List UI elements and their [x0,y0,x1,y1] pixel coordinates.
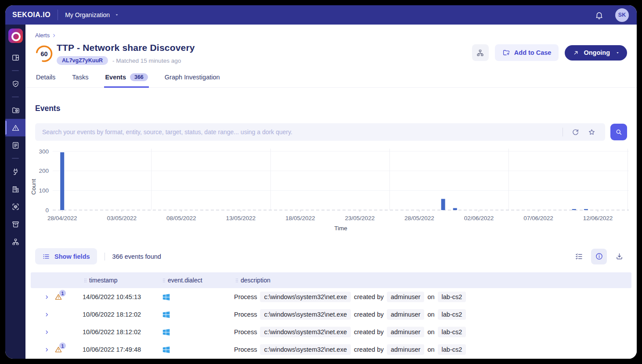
row-description: Processc:\windows\system32\net.execreate… [234,327,631,337]
events-count-badge: 366 [130,73,148,81]
sidebar-item-operations[interactable] [5,101,25,119]
row-timestamp: 10/06/2022 18:12:02 [83,311,161,318]
tab-events[interactable]: Events 366 [104,71,148,88]
svg-text:0: 0 [45,207,49,214]
organization-switcher[interactable]: My Organization [65,11,119,18]
description-text: on [427,328,434,335]
list-icon [42,253,50,261]
table-row: 1 10/06/2022 17:49:48 Processc:\windows\… [31,341,631,358]
drag-handle-icon[interactable] [234,278,240,283]
events-section-heading: Events [35,104,627,113]
brand-logo[interactable]: SEKOIA.IO [12,11,50,19]
topbar: SEKOIA.IO My Organization SK [5,5,637,25]
description-value-chip[interactable]: adminuser [387,327,425,337]
star-icon[interactable] [588,128,596,136]
search-button[interactable] [610,124,627,140]
row-dialect [161,310,234,319]
tab-details[interactable]: Details [35,71,56,88]
events-search-input[interactable] [42,128,558,136]
windows-logo-icon [162,293,171,302]
breadcrumb-alerts-link[interactable]: Alerts [35,32,50,39]
warning-count-badge: 1 [59,290,66,296]
alert-id-chip[interactable]: AL7vgZ7yKuuR [57,56,108,65]
sidebar-divider [12,70,19,71]
description-text: on [427,293,434,300]
row-warning-indicator[interactable]: 1 [54,293,62,301]
svg-text:03/05/2022: 03/05/2022 [107,215,137,221]
description-value-chip[interactable]: c:\windows\system32\net.exe [260,344,351,355]
folder-plus-icon [502,49,510,57]
sidebar-item-cases[interactable] [5,136,25,154]
description-value-chip[interactable]: lab-cs2 [438,327,466,337]
description-value-chip[interactable]: c:\windows\system32\net.exe [260,327,351,337]
drag-handle-icon[interactable] [161,278,167,283]
svg-text:02/06/2022: 02/06/2022 [464,215,494,221]
layout-icon [11,54,20,62]
column-header-description[interactable]: description [234,277,631,284]
events-found-text: 366 events found [112,253,161,260]
description-value-chip[interactable]: c:\windows\system32\net.exe [260,292,351,302]
description-text: created by [354,311,384,318]
graph-view-button[interactable] [472,44,489,61]
expand-row-chevron-icon[interactable] [44,294,50,300]
description-value-chip[interactable]: c:\windows\system32\net.exe [260,309,351,320]
expand-row-chevron-icon[interactable] [44,312,50,318]
download-button[interactable] [611,249,627,264]
drag-handle-icon[interactable] [83,278,88,283]
svg-text:100: 100 [39,187,49,194]
sidebar-item-alerts[interactable] [5,119,25,136]
refresh-icon[interactable] [571,128,580,136]
row-timestamp: 10/06/2022 17:49:48 [83,346,161,353]
tab-tasks[interactable]: Tasks [71,71,89,88]
add-to-case-label: Add to Case [514,49,552,56]
sidebar-item-intelligence[interactable] [5,75,25,93]
row-dialect [161,328,234,337]
column-header-timestamp[interactable]: timestamp [83,277,161,284]
table-row: 1 14/06/2022 10:45:13 Processc:\windows\… [31,288,631,306]
expand-row-chevron-icon[interactable] [44,329,50,335]
status-button[interactable]: Ongoing [565,45,627,61]
description-text: created by [354,293,384,300]
column-settings-button[interactable] [571,249,587,264]
description-text: on [427,346,434,353]
row-timestamp: 10/06/2022 18:12:02 [83,328,161,335]
search-divider [563,128,563,136]
chevron-right-icon [51,33,57,38]
svg-text:13/05/2022: 13/05/2022 [226,215,256,221]
info-icon [595,252,603,261]
arrow-up-right-icon [573,50,579,56]
chevron-down-icon [114,12,119,18]
description-value-chip[interactable]: lab-cs2 [438,309,466,320]
description-value-chip[interactable]: adminuser [387,292,425,302]
svg-text:28/04/2022: 28/04/2022 [47,215,77,221]
sidebar-item-communities[interactable] [5,233,25,250]
sidebar-divider [12,96,19,97]
show-fields-button[interactable]: Show fields [35,248,97,264]
row-warning-indicator[interactable]: 1 [54,346,62,353]
sekoia-logo[interactable] [8,29,23,43]
sidebar-item-sandbox[interactable] [5,198,25,215]
notifications-bell-icon[interactable] [595,11,604,20]
svg-text:28/05/2022: 28/05/2022 [404,215,434,221]
avatar[interactable]: SK [615,8,629,22]
description-value-chip[interactable]: adminuser [387,309,425,320]
info-button[interactable] [591,249,607,264]
sidebar-item-automations[interactable] [5,163,25,180]
expand-row-chevron-icon[interactable] [44,347,50,353]
column-header-event-dialect[interactable]: event.dialect [161,277,234,284]
sidebar-item-dashboards[interactable] [5,49,25,66]
sidebar-item-archives[interactable] [5,215,25,233]
description-value-chip[interactable]: lab-cs2 [438,292,466,302]
description-value-chip[interactable]: lab-cs2 [438,344,466,355]
network-nodes-icon [476,49,484,57]
alert-score-ring: 60 [35,45,53,63]
tab-graph-investigation[interactable]: Graph Investigation [164,71,221,88]
svg-text:08/05/2022: 08/05/2022 [166,215,196,221]
cube-scan-icon [11,203,20,211]
description-value-chip[interactable]: adminuser [387,344,425,355]
folder-monitor-icon [11,106,20,114]
add-to-case-button[interactable]: Add to Case [495,44,559,61]
sidebar-item-organization[interactable] [5,180,25,198]
svg-text:07/06/2022: 07/06/2022 [523,215,553,221]
tab-bar: Details Tasks Events 366 Graph Investiga… [25,71,637,88]
